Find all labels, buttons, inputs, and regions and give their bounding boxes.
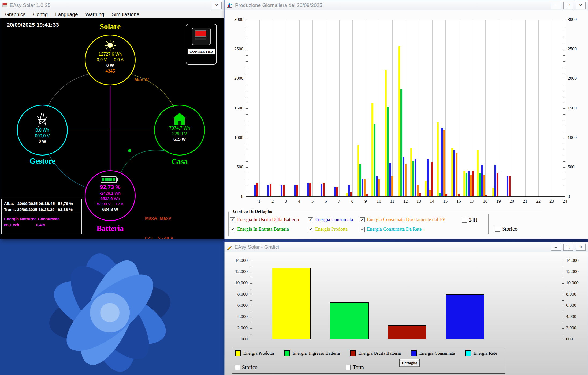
gridline [445, 20, 446, 196]
menu-item-warning[interactable]: Warning [82, 10, 108, 18]
y-axis-label: 10.000 [566, 280, 579, 286]
checkbox-24h[interactable]: 24H [462, 217, 477, 223]
menu-item-graphics[interactable]: Graphics [1, 10, 29, 18]
checkbox-torta-label: Torta [353, 364, 364, 370]
y-axis-label: 1500 [227, 105, 243, 111]
main-window-title: EAsy Solar 1.0.25 [10, 2, 50, 8]
checkbox-box [235, 365, 240, 370]
checkbox-energia-in-uscita-dalla-batteria[interactable]: ✓Energia In Uscita Dalla Batteria [230, 217, 299, 222]
house-icon [172, 112, 187, 125]
x-axis-label: 19 [494, 199, 503, 204]
chart-bar [441, 128, 443, 196]
chart-bar [439, 193, 441, 196]
x-axis-label: 17 [467, 199, 477, 204]
chart-bar [466, 173, 467, 196]
checkbox-energia-prodotta[interactable]: ✓Energia Prodotta [308, 226, 348, 232]
legend-label: Energia Rete [474, 351, 497, 356]
chart-bar [346, 193, 348, 196]
checkbox-energia-in-entrata-batteria[interactable]: ✓Energia In Entrata Batteria [230, 226, 289, 232]
graf-titlebar[interactable]: EAsy Solar - Grafici – ▢ ✕ [225, 242, 588, 252]
alba-line: Alba: 20/09/2025 06:36:45 58,79 % [4, 201, 79, 207]
chart-bar [485, 195, 487, 196]
close-button[interactable]: ✕ [212, 2, 222, 9]
menu-item-config[interactable]: Config [29, 10, 51, 18]
maximize-button[interactable]: ▢ [563, 244, 573, 251]
sun-times-top: Alba: 20/09/2025 06:36:45 58,79 % Tram.:… [2, 199, 81, 214]
energy-flow-dot [128, 149, 131, 152]
chart-bar [509, 176, 511, 196]
y-axis-label: 14.000 [228, 258, 248, 263]
chart-bar [281, 185, 282, 196]
daily-chart-area: Grafico Di Dettaglio 24H Storico ✓Energi… [225, 10, 588, 239]
chart-bar [364, 179, 366, 196]
chart-bar [359, 164, 361, 196]
battery-max-labels: MaxA MaxV [145, 215, 173, 222]
minimize-button[interactable]: – [551, 2, 561, 9]
chart-bar [425, 181, 427, 196]
menu-item-language[interactable]: Language [51, 10, 82, 18]
chart-bar [334, 187, 336, 196]
y-axis-label: 3000 [227, 17, 243, 22]
chart-bar [294, 185, 296, 196]
minimize-button[interactable]: – [551, 244, 561, 251]
chart-bar [336, 187, 338, 196]
chart-bar [348, 185, 350, 196]
x-axis-label: 7 [334, 199, 344, 204]
x-axis-label: 10 [374, 199, 384, 204]
night-energy-section: Energia Notturna Consumata 86,1 Wh 0,4% [2, 214, 81, 230]
checkbox-torta[interactable]: Torta [346, 364, 364, 370]
groupbox-label: Grafico Di Dettaglio [231, 209, 274, 214]
chart-bar [296, 185, 298, 196]
checkbox-storico[interactable]: Storico [495, 226, 518, 232]
legend-box: Energia ProdottaEnergia Ingresso Batteri… [232, 347, 505, 374]
casa-circle: 7974,7 Wh 229,9 V 615 W [154, 105, 205, 156]
checkbox-label: Energia In Uscita Dalla Batteria [237, 217, 299, 222]
close-button[interactable]: ✕ [576, 244, 586, 251]
chart-bar [256, 183, 258, 196]
batteria-watts: 634,8 W [102, 207, 118, 212]
gridline [485, 20, 486, 196]
y-axis-label: 500 [568, 164, 586, 170]
menu-item-simulazione[interactable]: Simulazione [108, 10, 143, 18]
x-axis-label: 9 [361, 199, 370, 204]
x-axis-label: 15 [441, 199, 450, 204]
close-button[interactable]: ✕ [576, 2, 586, 9]
tramonto-line: Tram.: 20/09/2025 19:28:29 93,38 % [4, 207, 79, 213]
chart-bar [443, 130, 445, 196]
prod-titlebar[interactable]: Produzione Giornaliera del 20/09/2025 – … [225, 0, 588, 10]
checkbox-label: Energia Consumata Direttamente dal FV [367, 217, 446, 222]
solare-circle: 12727,6 Wh 0,0 V 0,0 A 0 W 4345 [85, 35, 136, 85]
legend-item-energia-ingresso-batteria: Energia Ingresso Batteria [284, 350, 340, 356]
x-axis-label: 2 [268, 199, 277, 204]
checkbox-label: Energia In Entrata Batteria [237, 226, 289, 232]
connected-badge: CONNECTED [187, 48, 215, 55]
chart-bar [283, 185, 285, 196]
y-axis-label: 8.000 [566, 291, 576, 297]
checkbox-label: Energia Consumata [315, 217, 353, 222]
chart-bar [472, 171, 474, 196]
notturna-label: Energia Notturna Consumata [4, 216, 79, 222]
gestore-circle: 0,0 Wh 000,0 V 0 W [17, 105, 68, 156]
app-icon [2, 3, 7, 8]
y-axis-label: 4.000 [566, 314, 576, 319]
checkbox-box: ✓ [308, 227, 313, 232]
y-axis-label: 2500 [227, 46, 243, 52]
chart-bar [458, 194, 460, 196]
x-axis-label: 24 [560, 199, 570, 204]
checkbox-storico[interactable]: Storico [235, 364, 258, 370]
checkbox-box [462, 218, 467, 223]
gridline [379, 20, 379, 196]
checkbox-energia-consumata-da-rete[interactable]: ✓Energia Consumata Da Rete [360, 226, 422, 232]
checkbox-energia-consumata-direttamente-dal-fv[interactable]: ✓Energia Consumata Direttamente dal FV [360, 217, 446, 222]
y-axis-label: 6.000 [228, 303, 248, 308]
dettaglio-button[interactable]: Dettaglio [399, 359, 420, 367]
chart-bar-energia-prodotta [272, 268, 311, 339]
checkbox-storico-label: Storico [242, 364, 258, 370]
chart-bar [267, 185, 269, 196]
batteria-label: Batteria [85, 224, 136, 233]
gridline [392, 20, 393, 196]
x-axis-label: 23 [547, 199, 556, 204]
main-titlebar[interactable]: EAsy Solar 1.0.25 ✕ [0, 0, 224, 10]
maximize-button[interactable]: ▢ [563, 2, 573, 9]
checkbox-energia-consumata[interactable]: ✓Energia Consumata [308, 217, 353, 222]
